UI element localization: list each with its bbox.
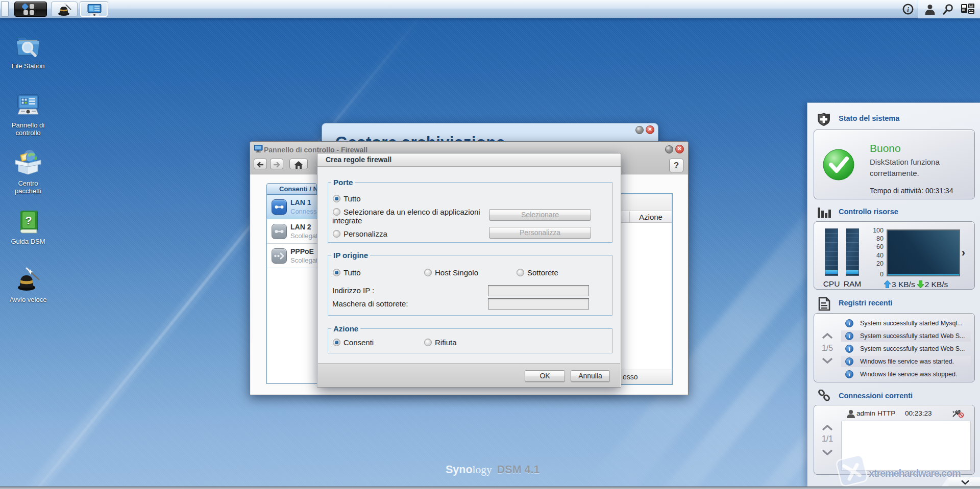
svg-text:i: i [907,6,909,14]
svg-text:?: ? [25,214,32,227]
